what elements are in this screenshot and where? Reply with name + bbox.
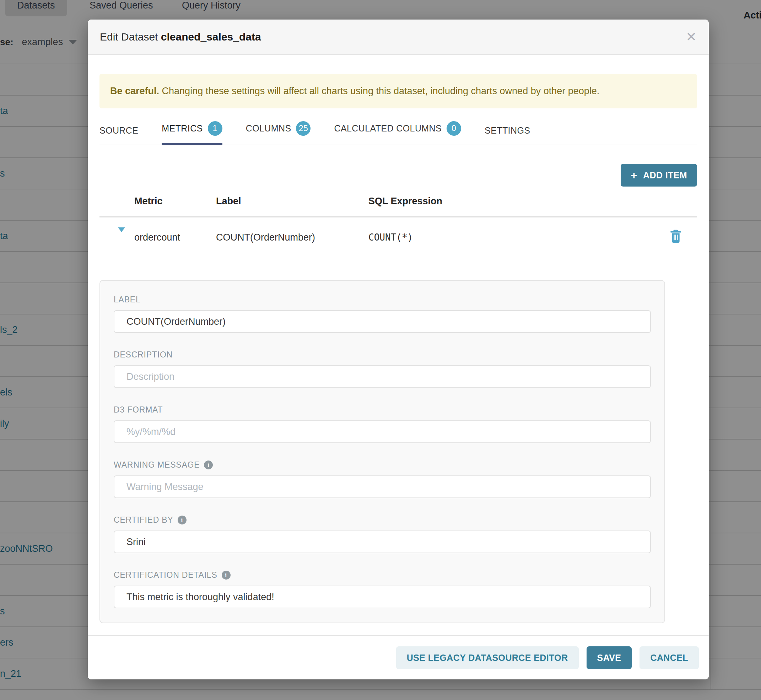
modal-footer: USE LEGACY DATASOURCE EDITOR SAVE CANCEL [88, 635, 709, 680]
delete-metric-button[interactable] [669, 230, 683, 244]
warning-banner: Be careful. Changing these settings will… [100, 74, 697, 108]
info-icon[interactable]: i [222, 571, 231, 580]
plus-icon: + [631, 169, 638, 181]
calculated-columns-count-badge: 0 [447, 121, 461, 136]
modal-title-prefix: Edit Dataset [100, 31, 158, 43]
info-icon[interactable]: i [204, 461, 213, 469]
field-label-text: CERTIFICATION DETAILS [114, 570, 217, 580]
field-label-text: DESCRIPTION [114, 350, 173, 359]
description-input[interactable] [114, 365, 651, 388]
form-group-label: LABEL [114, 295, 651, 333]
caret-down-icon[interactable] [118, 227, 125, 243]
modal-title-dataset-name: cleaned_sales_data [161, 31, 261, 43]
certified-by-input[interactable] [114, 531, 651, 553]
field-label-text: CERTIFIED BY [114, 515, 173, 525]
modal-title: Edit Dataset cleaned_sales_data [100, 31, 261, 43]
columns-count-badge: 25 [296, 121, 311, 136]
use-legacy-datasource-editor-button[interactable]: USE LEGACY DATASOURCE EDITOR [396, 646, 579, 669]
close-icon[interactable]: ✕ [686, 31, 697, 43]
add-item-label: ADD ITEM [643, 170, 687, 181]
description-field-label: DESCRIPTION [114, 350, 651, 359]
certification-details-field-label: CERTIFICATION DETAILS i [114, 570, 651, 580]
tab-label: METRICS [162, 123, 203, 134]
tab-metrics[interactable]: METRICS 1 [162, 121, 222, 145]
metric-sql-expression: COUNT(*) [369, 232, 669, 243]
modal-tabs: SOURCE METRICS 1 COLUMNS 25 CALCULATED C… [100, 121, 697, 145]
tab-label: CALCULATED COLUMNS [334, 123, 442, 134]
header-label: Label [216, 196, 369, 207]
certified-by-field-label: CERTIFIED BY i [114, 515, 651, 525]
spacer [100, 196, 134, 207]
warning-banner-bold: Be careful. [110, 86, 159, 96]
metrics-count-badge: 1 [208, 121, 222, 136]
metrics-table: Metric Label SQL Expression ordercount C… [100, 196, 697, 257]
tab-label: SETTINGS [484, 125, 530, 136]
field-label-text: LABEL [114, 295, 141, 305]
metric-name: ordercount [134, 232, 216, 243]
form-group-certification-details: CERTIFICATION DETAILS i [114, 570, 651, 608]
label-field-label: LABEL [114, 295, 651, 305]
cancel-button[interactable]: CANCEL [639, 646, 699, 669]
save-button[interactable]: SAVE [586, 646, 632, 669]
form-group-description: DESCRIPTION [114, 350, 651, 388]
modal-body: Be careful. Changing these settings will… [88, 55, 709, 635]
warning-message-field-label: WARNING MESSAGE i [114, 460, 651, 470]
form-group-d3-format: D3 FORMAT [114, 405, 651, 443]
tab-label: COLUMNS [246, 123, 291, 134]
spacer [669, 196, 697, 207]
header-sql-expression: SQL Expression [369, 196, 669, 207]
metric-row: ordercount COUNT(OrderNumber) COUNT(*) [100, 217, 697, 257]
label-input[interactable] [114, 310, 651, 333]
modal-header: Edit Dataset cleaned_sales_data ✕ [88, 20, 709, 55]
field-label-text: WARNING MESSAGE [114, 460, 200, 470]
tab-columns[interactable]: COLUMNS 25 [246, 121, 311, 145]
tab-settings[interactable]: SETTINGS [484, 125, 530, 145]
form-group-certified-by: CERTIFIED BY i [114, 515, 651, 553]
warning-banner-text: Changing these settings will affect all … [159, 86, 599, 96]
add-item-button[interactable]: + ADD ITEM [621, 164, 697, 186]
metric-detail-panel: LABEL DESCRIPTION D3 FORMAT WARNING MESS… [100, 280, 665, 623]
form-group-warning-message: WARNING MESSAGE i [114, 460, 651, 498]
header-metric: Metric [134, 196, 216, 207]
metric-label: COUNT(OrderNumber) [216, 232, 369, 243]
certification-details-input[interactable] [114, 586, 651, 608]
warning-message-input[interactable] [114, 475, 651, 498]
edit-dataset-modal: Edit Dataset cleaned_sales_data ✕ Be car… [88, 20, 709, 680]
metrics-table-header: Metric Label SQL Expression [100, 196, 697, 217]
d3-format-input[interactable] [114, 420, 651, 443]
tab-label: SOURCE [100, 125, 138, 136]
tab-source[interactable]: SOURCE [100, 125, 138, 145]
d3-format-field-label: D3 FORMAT [114, 405, 651, 415]
info-icon[interactable]: i [178, 516, 186, 525]
tab-calculated-columns[interactable]: CALCULATED COLUMNS 0 [334, 121, 461, 145]
field-label-text: D3 FORMAT [114, 405, 163, 415]
trash-icon [670, 230, 682, 243]
add-item-row: + ADD ITEM [100, 164, 697, 186]
